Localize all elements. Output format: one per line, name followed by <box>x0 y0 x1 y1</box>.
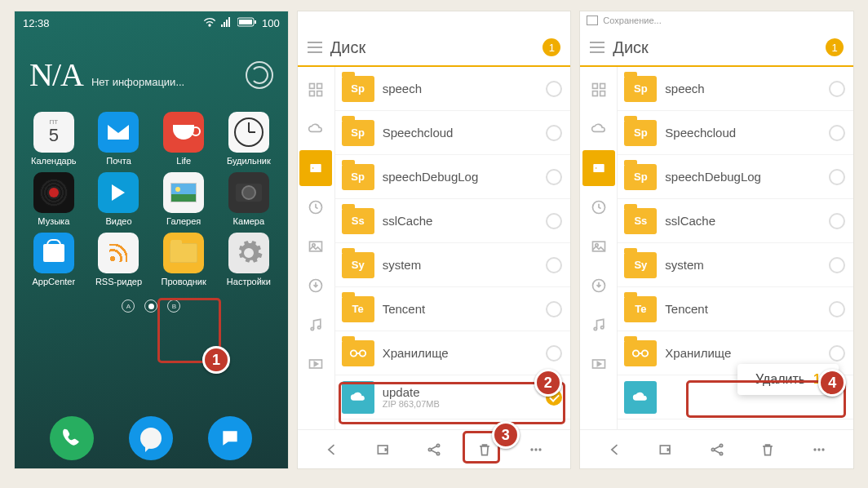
delete-label: Удалить <box>755 372 805 387</box>
side-disk-icon[interactable] <box>582 150 615 186</box>
app-label: Видео <box>105 216 131 226</box>
dock-browser[interactable] <box>129 416 173 460</box>
app-settings[interactable]: Настройки <box>218 233 280 286</box>
folder-icon <box>624 340 657 366</box>
side-image-icon[interactable] <box>299 228 332 264</box>
select-radio[interactable] <box>829 81 845 97</box>
select-radio[interactable] <box>546 257 562 273</box>
dock-phone[interactable] <box>50 416 94 460</box>
file-name: Tencent <box>383 302 538 316</box>
file-subtitle: ZIP 863,07MB <box>383 399 538 409</box>
app-camera[interactable]: Камера <box>218 172 280 226</box>
app-rss[interactable]: RSS-ридер <box>88 233 150 286</box>
side-music-icon[interactable] <box>299 307 332 343</box>
side-category-icon[interactable] <box>582 72 615 108</box>
home-screen: 12:38 100 N/A Нет информации... ПТ5 Кале… <box>15 11 288 468</box>
more-icon[interactable] <box>520 433 552 466</box>
trash-icon[interactable] <box>751 433 784 466</box>
move-icon[interactable] <box>649 433 682 466</box>
select-radio[interactable] <box>546 169 562 185</box>
move-icon[interactable] <box>367 433 400 466</box>
side-category-icon[interactable] <box>299 72 332 108</box>
more-icon[interactable] <box>803 433 835 466</box>
select-radio[interactable] <box>829 169 845 185</box>
callout-badge-1: 1 <box>202 346 230 374</box>
share-icon[interactable] <box>701 433 733 466</box>
select-radio[interactable] <box>829 213 845 229</box>
share-icon[interactable] <box>418 433 450 466</box>
side-cloud-icon[interactable] <box>299 111 332 147</box>
status-bar: Сохранение... <box>580 11 853 29</box>
side-recent-icon[interactable] <box>299 189 332 225</box>
list-item[interactable]: SpSpeechcloud <box>618 111 853 155</box>
select-radio[interactable] <box>546 213 562 229</box>
select-radio[interactable] <box>829 345 845 362</box>
page-dot[interactable]: B <box>167 299 180 313</box>
app-gallery[interactable]: Галерея <box>153 172 215 226</box>
select-radio[interactable] <box>829 125 845 141</box>
back-icon[interactable] <box>599 433 631 466</box>
app-appcenter[interactable]: AppCenter <box>23 233 85 286</box>
file-name: Speechcloud <box>665 126 821 140</box>
app-calendar[interactable]: ПТ5 Календарь <box>23 112 85 166</box>
app-label: Музыка <box>38 216 69 226</box>
select-radio[interactable] <box>546 81 562 97</box>
list-item[interactable]: SpspeechDebugLog <box>618 155 853 199</box>
refresh-icon[interactable] <box>246 61 273 89</box>
side-disk-icon[interactable] <box>299 150 332 186</box>
dock-messages[interactable] <box>208 416 252 460</box>
svg-point-35 <box>596 167 597 169</box>
list-item[interactable]: Spspeech <box>335 67 571 111</box>
side-download-icon[interactable] <box>299 268 332 304</box>
side-cloud-icon[interactable] <box>582 111 615 147</box>
svg-rect-8 <box>310 84 315 89</box>
list-item[interactable]: SpSpeechcloud <box>335 111 571 155</box>
list-item[interactable]: SpspeechDebugLog <box>335 155 571 199</box>
list-item[interactable]: TeTencent <box>618 287 853 331</box>
page-dot[interactable]: A <box>122 299 135 313</box>
side-download-icon[interactable] <box>582 268 615 304</box>
side-image-icon[interactable] <box>582 228 615 264</box>
file-manager-delete: Сохранение... Диск 1 Spspeech SpSpeechcl… <box>580 11 853 468</box>
folder-icon <box>342 340 374 366</box>
select-radio[interactable] <box>829 301 845 317</box>
file-name: speech <box>665 82 821 95</box>
select-radio[interactable] <box>546 345 562 362</box>
file-manager-select: Диск 1 Spspeech SpSpeechcloud SpspeechDe… <box>298 11 571 468</box>
select-radio[interactable] <box>546 125 562 141</box>
back-icon[interactable] <box>316 433 348 466</box>
app-files[interactable]: Проводник <box>153 233 215 286</box>
app-alarm[interactable]: Будильник <box>218 112 280 166</box>
list-item[interactable]: Spspeech <box>618 67 853 111</box>
file-name: update <box>383 385 538 399</box>
app-mail[interactable]: Почта <box>88 112 150 166</box>
list-item[interactable]: Хранилище <box>335 331 571 375</box>
svg-rect-31 <box>600 84 605 89</box>
list-item[interactable]: SssslCache <box>618 199 853 243</box>
side-video-icon[interactable] <box>299 346 332 382</box>
weather-widget[interactable]: N/A Нет информации... <box>15 31 288 102</box>
side-video-icon[interactable] <box>582 346 615 382</box>
fm-bottom-bar <box>298 429 571 468</box>
svg-point-47 <box>720 444 722 446</box>
select-radio[interactable] <box>829 257 845 273</box>
app-music[interactable]: Музыка <box>23 172 85 226</box>
coffee-icon <box>163 112 204 153</box>
list-item[interactable]: Sysystem <box>335 243 571 287</box>
page-dot-active[interactable] <box>144 299 157 313</box>
list-item[interactable]: TeTencent <box>335 287 571 331</box>
list-item[interactable]: Sysystem <box>618 243 853 287</box>
side-recent-icon[interactable] <box>582 189 615 225</box>
svg-rect-9 <box>317 84 322 89</box>
list-item[interactable]: SssslCache <box>335 199 571 243</box>
svg-point-40 <box>594 327 596 330</box>
page-indicator[interactable]: A B <box>15 299 288 313</box>
menu-icon[interactable] <box>590 42 604 53</box>
app-life[interactable]: Life <box>153 112 215 166</box>
side-music-icon[interactable] <box>582 307 615 343</box>
app-video[interactable]: Видео <box>88 172 150 226</box>
svg-point-18 <box>311 327 313 330</box>
select-radio[interactable] <box>546 301 562 317</box>
menu-icon[interactable] <box>308 42 322 53</box>
zip-icon <box>342 381 374 414</box>
